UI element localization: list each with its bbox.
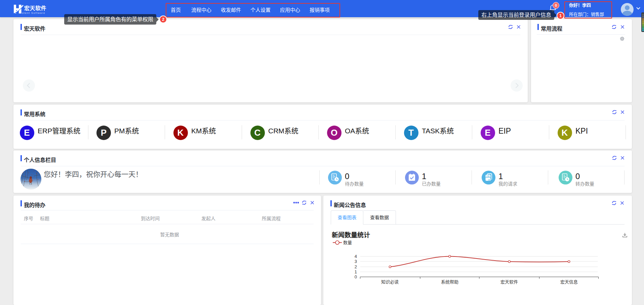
svg-text:知识必读: 知识必读 (381, 279, 399, 284)
svg-text:系统帮助: 系统帮助 (441, 279, 458, 284)
svg-text:4: 4 (355, 254, 357, 259)
svg-text:3: 3 (355, 259, 357, 264)
svg-text:2: 2 (355, 264, 357, 269)
svg-text:宏天信息: 宏天信息 (560, 279, 578, 284)
svg-text:数量: 数量 (343, 240, 352, 245)
svg-text:0: 0 (355, 274, 357, 279)
svg-text:1: 1 (355, 269, 357, 274)
svg-text:宏天软件: 宏天软件 (500, 279, 518, 284)
